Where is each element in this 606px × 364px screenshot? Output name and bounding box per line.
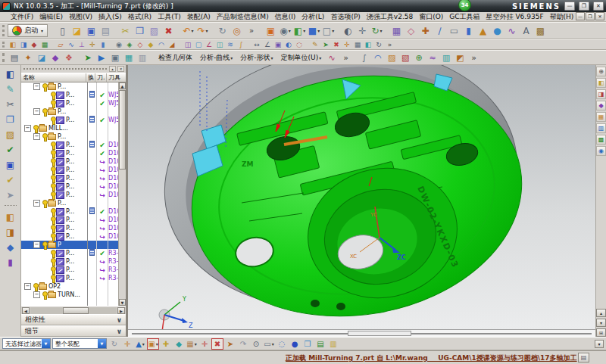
menu-item-4[interactable]: 插入(S): [95, 12, 125, 22]
scroll-right-icon[interactable]: ▶: [117, 307, 125, 314]
viewport-horizontal-scrollbar[interactable]: [128, 329, 595, 337]
tree-operation-row[interactable]: P...✔R3-F: [21, 249, 119, 257]
tree-group-row[interactable]: −P...: [21, 82, 119, 91]
layer-category-button[interactable]: ▥: [596, 123, 606, 133]
spline-analysis-button[interactable]: ∫: [358, 51, 371, 64]
toolbar-grip[interactable]: [2, 25, 5, 36]
chamfer-button[interactable]: ◢: [167, 40, 177, 50]
snap-point-toggle[interactable]: ✛: [121, 338, 133, 350]
sphere-button[interactable]: ●: [490, 24, 504, 38]
redo-button[interactable]: ↷▾: [195, 24, 210, 38]
show-hide-object-button[interactable]: ◐: [283, 40, 294, 50]
collapse-expander-icon[interactable]: −: [24, 283, 31, 290]
approve-toolpath-button[interactable]: ✔: [3, 173, 18, 186]
selection-scope-dropdown[interactable]: 整个装配 ▼: [52, 338, 107, 349]
toolbar-grip[interactable]: [2, 53, 5, 63]
column-header-name[interactable]: 名称: [21, 73, 86, 82]
snap-existing-point-button[interactable]: ⊙: [250, 338, 262, 350]
tree-operation-row[interactable]: P...✔WJ55-OF1: [21, 91, 119, 99]
zoom-button[interactable]: ◉▾: [278, 24, 292, 38]
hole-button[interactable]: ◉: [114, 40, 124, 50]
tree-horizontal-scrollbar[interactable]: ◀ ▶: [21, 306, 126, 314]
menu-item-9[interactable]: 信息(I): [272, 12, 299, 22]
assembly-constraints-button[interactable]: ◆: [29, 40, 39, 50]
tree-operation-row[interactable]: P...✔D10-F: [21, 207, 119, 216]
background-button[interactable]: □▾: [321, 24, 336, 38]
curve-analysis-button[interactable]: ∿: [325, 51, 339, 64]
status-tray-icon[interactable]: ▤: [578, 353, 589, 362]
menu-item-1[interactable]: 文件(F): [8, 12, 36, 22]
column-header-toolchange[interactable]: 换: [86, 73, 95, 82]
delete-object-button[interactable]: ✖: [331, 40, 342, 50]
section-analysis-button[interactable]: ▧: [398, 51, 412, 64]
shell-button[interactable]: ▢: [193, 40, 204, 50]
post-tool-button[interactable]: ➤: [3, 188, 18, 201]
tree-group-row[interactable]: −MILL...: [21, 124, 119, 132]
surface-analysis-button[interactable]: ◠: [371, 51, 385, 64]
post-process-button[interactable]: ▥: [136, 51, 149, 64]
edge-blend-button[interactable]: ◠: [156, 40, 167, 50]
tree-group-row[interactable]: −P...: [21, 199, 119, 207]
cone-button[interactable]: ▲: [476, 24, 490, 38]
create-tool-button[interactable]: ✦: [21, 51, 35, 64]
pattern-component-button[interactable]: ▦: [39, 40, 50, 50]
intersect-button[interactable]: ◆: [145, 40, 156, 50]
deselect-all-button[interactable]: ▥: [327, 338, 339, 350]
section-dependencies[interactable]: 相依性∨: [21, 314, 126, 325]
tree-group-row[interactable]: −OP2: [21, 282, 119, 291]
copy-button[interactable]: ❐: [133, 24, 147, 38]
draft-button[interactable]: ∠: [204, 40, 214, 50]
highlight-select-button[interactable]: ❐: [301, 338, 314, 350]
menu-item-7[interactable]: 装配(A): [184, 12, 214, 22]
pan-button[interactable]: ✛: [355, 24, 370, 38]
part-material-button[interactable]: ▮: [3, 256, 18, 269]
sweep-button[interactable]: ∿: [504, 24, 519, 38]
save-button[interactable]: ▣: [84, 24, 98, 38]
menu-item-12[interactable]: 浇强工具v2.58: [364, 12, 416, 22]
menu-item-11[interactable]: 首选项(P): [327, 12, 363, 22]
tree-operation-row[interactable]: P...↪D10-F: [21, 216, 119, 224]
operation-navigator-tab[interactable]: ◧: [3, 67, 18, 80]
snap-control-point-button[interactable]: ✛: [198, 338, 211, 350]
tree-operation-row[interactable]: P...↪D10-R: [21, 191, 119, 199]
scroll-up-icon[interactable]: ▲: [119, 82, 126, 89]
create-method-button[interactable]: ◆: [48, 51, 62, 64]
select-all-button[interactable]: ▤: [314, 338, 326, 350]
selection-filter-dropdown[interactable]: 无选择过滤器 ▼: [2, 338, 51, 349]
menu-item-2[interactable]: 编辑(E): [36, 12, 66, 22]
create-operation-button[interactable]: ❖: [62, 51, 76, 64]
menu-item-5[interactable]: 格式(R): [125, 12, 155, 22]
snap-intersection-button[interactable]: ✖: [211, 338, 223, 350]
drag-dots[interactable]: [23, 67, 108, 70]
sketch-button[interactable]: ▱: [55, 40, 66, 50]
toolbar-overflow[interactable]: »: [244, 24, 258, 38]
column-divider[interactable]: [96, 82, 97, 306]
analysis-menu-1[interactable]: 检查几何体: [155, 53, 196, 63]
line-button[interactable]: ∕: [433, 24, 447, 38]
repeat-command-button[interactable]: ↻: [215, 24, 230, 38]
update-display-button[interactable]: ↻: [373, 40, 384, 50]
tree-operation-row[interactable]: P...↪D10-R: [21, 157, 119, 166]
tree-group-row[interactable]: −P...: [21, 132, 119, 141]
render-style-button[interactable]: ■▾: [307, 24, 321, 38]
row2-overflow[interactable]: »: [384, 40, 395, 50]
rotate-view-button[interactable]: ↻▾: [370, 24, 384, 38]
close-button[interactable]: ✕: [593, 2, 604, 11]
scrollbar-thumb[interactable]: [63, 307, 89, 314]
machine-simulation-button[interactable]: ▦: [122, 51, 136, 64]
analysis-menu-2[interactable]: 分析-曲线▾: [196, 53, 236, 63]
point-button[interactable]: ✚: [418, 24, 433, 38]
sketch-constrain-button[interactable]: ⊥: [77, 40, 87, 50]
tree-operation-row[interactable]: P...↪R3-F: [21, 257, 119, 266]
cut-operation-button[interactable]: ✂: [3, 98, 18, 110]
column-header-tool[interactable]: 刀具: [107, 73, 126, 82]
scrollbar-thumb[interactable]: [119, 90, 126, 170]
analysis-menu-3[interactable]: 分析-形状▾: [236, 53, 276, 63]
tree-operation-row[interactable]: P...✔D10-R: [21, 149, 119, 157]
shaded-select-button[interactable]: ●: [289, 338, 301, 350]
select-face-button[interactable]: ▲▾: [134, 338, 146, 350]
doc-minimize-button[interactable]: —: [576, 12, 585, 20]
open-button[interactable]: ◪: [70, 24, 84, 38]
snap-mid-point-button[interactable]: ◆: [173, 338, 185, 350]
rectangle-select-button[interactable]: ▭▾: [263, 338, 275, 350]
